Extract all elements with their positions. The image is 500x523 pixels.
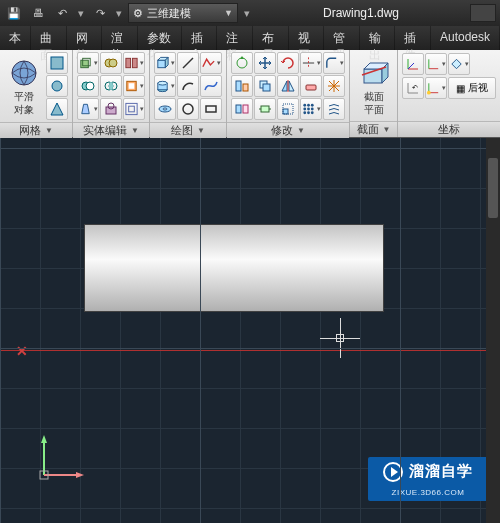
shell-icon[interactable]: ▾ — [123, 75, 145, 97]
workspace-selector[interactable]: ⚙ 三维建模 ▼ — [128, 3, 238, 23]
box-icon[interactable]: ▾ — [154, 52, 176, 74]
section-label-2: 平面 — [364, 104, 384, 115]
ribbon-panel-solid-edit: ▾ ▾ ▾ ▾ ▾ 实体编辑▼ — [73, 50, 150, 137]
svg-rect-9 — [132, 58, 137, 67]
ribbon: 平滑 对象 网格▼ ▾ ▾ — [0, 50, 500, 138]
menu-item[interactable]: 插入 — [182, 26, 218, 50]
panel-label[interactable]: 修改▼ — [227, 122, 349, 138]
svg-point-30 — [163, 108, 167, 110]
menu-item[interactable]: 视图 — [289, 26, 325, 50]
ucs-prev-icon[interactable]: ↶ — [402, 77, 424, 99]
mirror3d-icon[interactable] — [231, 98, 253, 120]
subtract-icon[interactable] — [77, 75, 99, 97]
panel-label[interactable]: 绘图▼ — [150, 122, 226, 138]
undo-dropdown-icon[interactable]: ▾ — [76, 7, 86, 20]
view-back-button[interactable]: ▦后视 — [448, 77, 496, 99]
save-icon[interactable]: 💾 — [4, 3, 24, 23]
revolve-icon[interactable] — [154, 98, 176, 120]
axis-origin-marker: ✕ — [16, 343, 28, 359]
redo-dropdown-icon[interactable]: ▾ — [114, 7, 124, 20]
polyline-icon[interactable]: ▾ — [200, 52, 222, 74]
svg-point-28 — [158, 81, 167, 85]
rotate-icon[interactable] — [277, 52, 299, 74]
menu-item[interactable]: 输出 — [360, 26, 396, 50]
union-icon[interactable] — [100, 52, 122, 74]
print-icon[interactable]: 🖶 — [28, 3, 48, 23]
mesh-tool-icon[interactable] — [46, 75, 68, 97]
taper-face-icon[interactable]: ▾ — [77, 98, 99, 120]
chevron-down-icon: ▼ — [197, 126, 205, 135]
line-icon[interactable] — [177, 52, 199, 74]
extrude-icon[interactable]: ▾ — [154, 75, 176, 97]
offset-edge-icon[interactable]: ▾ — [123, 98, 145, 120]
undo-icon[interactable]: ↶ — [52, 3, 72, 23]
rotate3d-icon[interactable] — [231, 52, 253, 74]
smooth-label-1: 平滑 — [14, 91, 34, 102]
watermark-sub: ZIXUE.3D66.COM — [392, 488, 465, 497]
spline-icon[interactable] — [200, 75, 222, 97]
workspace-more-icon[interactable]: ▾ — [242, 7, 252, 20]
menu-item[interactable]: 网格 — [67, 26, 103, 50]
copy-icon[interactable] — [254, 75, 276, 97]
fillet-icon[interactable]: ▾ — [323, 52, 345, 74]
arc-icon[interactable] — [177, 75, 199, 97]
drawn-box-face[interactable] — [84, 224, 384, 312]
intersect-icon[interactable] — [100, 75, 122, 97]
separate-icon[interactable]: ▾ — [123, 52, 145, 74]
svg-line-64 — [408, 63, 414, 69]
redo-icon[interactable]: ↷ — [90, 3, 110, 23]
move-icon[interactable] — [254, 52, 276, 74]
mirror-icon[interactable] — [277, 75, 299, 97]
section-plane-icon — [358, 57, 390, 89]
scrollbar-thumb[interactable] — [488, 158, 498, 218]
ucs-world-icon[interactable] — [402, 53, 424, 75]
menu-item[interactable]: 管理 — [324, 26, 360, 50]
chevron-down-icon: ▼ — [224, 8, 233, 18]
imprint-icon[interactable] — [100, 98, 122, 120]
vertical-scrollbar[interactable] — [486, 138, 500, 523]
menu-item[interactable]: 本 — [0, 26, 31, 50]
panel-label[interactable]: 网格▼ — [0, 122, 72, 138]
panel-label[interactable]: 坐标 — [398, 121, 500, 137]
explode-icon[interactable] — [323, 75, 345, 97]
smooth-object-button[interactable]: 平滑 对象 — [4, 57, 44, 115]
rectangle-icon[interactable] — [200, 98, 222, 120]
section-plane-button[interactable]: 截面 平面 — [354, 57, 393, 115]
offset-icon[interactable] — [323, 98, 345, 120]
svg-point-54 — [311, 108, 314, 111]
svg-rect-46 — [261, 106, 269, 112]
menu-item[interactable]: 参数化 — [138, 26, 182, 50]
panel-label[interactable]: 截面▼ — [350, 121, 397, 137]
menu-item[interactable]: 布局 — [253, 26, 289, 50]
trim-icon[interactable]: ▾ — [300, 52, 322, 74]
ucs-named-icon[interactable]: ▾ — [425, 53, 447, 75]
ucs-origin-icon[interactable]: ▾ — [425, 77, 447, 99]
menu-item[interactable]: 渲染 — [102, 26, 138, 50]
menu-item[interactable]: Autodesk — [431, 26, 500, 50]
drawing-canvas[interactable]: ✕ 溜溜自学 ZIXUE.3D66.COM — [0, 138, 500, 523]
svg-point-51 — [311, 104, 314, 107]
mesh-tool-icon[interactable] — [46, 98, 68, 120]
search-input[interactable] — [470, 4, 496, 22]
svg-text:↶: ↶ — [412, 84, 418, 91]
erase-icon[interactable] — [300, 75, 322, 97]
play-icon — [383, 462, 403, 482]
menu-item[interactable]: 注释 — [217, 26, 253, 50]
menu-item[interactable]: 插件 — [395, 26, 431, 50]
title-bar: 💾 🖶 ↶ ▾ ↷ ▾ ⚙ 三维建模 ▼ ▾ Drawing1.dwg — [0, 0, 500, 26]
svg-rect-22 — [158, 60, 166, 68]
ucs-icon[interactable] — [34, 425, 94, 485]
extrude-face-icon[interactable]: ▾ — [77, 52, 99, 74]
menu-item[interactable]: 曲面 — [31, 26, 67, 50]
svg-rect-39 — [263, 84, 270, 91]
stretch-icon[interactable] — [254, 98, 276, 120]
scale-icon[interactable] — [277, 98, 299, 120]
svg-point-53 — [307, 108, 310, 111]
panel-label[interactable]: 实体编辑▼ — [73, 122, 149, 138]
ucs-view-icon[interactable]: ▾ — [448, 53, 470, 75]
array-icon[interactable]: ▾ — [300, 98, 322, 120]
mesh-tool-icon[interactable] — [46, 52, 68, 74]
align-icon[interactable] — [231, 75, 253, 97]
circle-icon[interactable] — [177, 98, 199, 120]
svg-rect-18 — [106, 107, 116, 114]
